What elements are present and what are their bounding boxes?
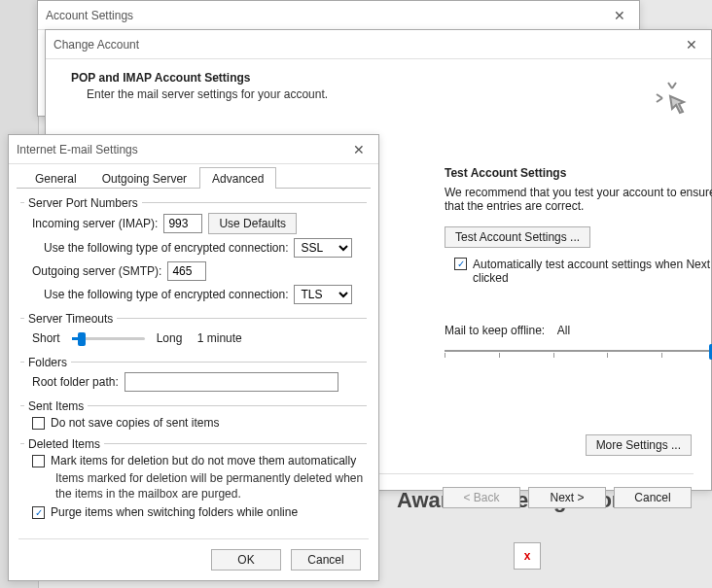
root-folder-label: Root folder path:	[32, 375, 119, 389]
outgoing-label: Outgoing server (SMTP):	[32, 264, 161, 278]
window-title: Internet E-mail Settings	[17, 143, 138, 156]
use-defaults-button[interactable]: Use Defaults	[208, 213, 297, 234]
outgoing-enc-label: Use the following type of encrypted conn…	[44, 288, 288, 301]
purge-checkbox[interactable]	[32, 506, 45, 519]
mark-deletion-label: Mark items for deletion but do not move …	[51, 454, 356, 467]
timeout-slider[interactable]	[72, 329, 145, 348]
tab-general[interactable]: General	[22, 167, 89, 189]
incoming-enc-select[interactable]: SSL	[294, 238, 352, 258]
timeout-long-label: Long	[157, 331, 183, 345]
offline-value: All	[557, 324, 570, 337]
more-settings-button[interactable]: More Settings ...	[586, 434, 692, 456]
test-account-button[interactable]: Test Account Settings ...	[445, 226, 590, 248]
group-folders: Folders	[24, 356, 71, 369]
group-sent-items: Sent Items	[24, 399, 88, 413]
tab-outgoing[interactable]: Outgoing Server	[89, 167, 199, 189]
next-button[interactable]: Next >	[528, 487, 606, 508]
auto-test-label: Automatically test account settings when…	[473, 258, 712, 285]
page-heading: POP and IMAP Account Settings	[71, 71, 692, 85]
group-server-ports: Server Port Numbers	[24, 196, 142, 210]
tabstrip: General Outgoing Server Advanced	[17, 166, 371, 189]
incoming-enc-label: Use the following type of encrypted conn…	[44, 241, 288, 255]
page-subheading: Enter the mail server settings for your …	[87, 87, 692, 101]
sent-noduplicate-label: Do not save copies of sent items	[51, 416, 219, 430]
auto-test-checkbox[interactable]	[454, 258, 467, 270]
timeout-value: 1 minute	[197, 331, 242, 345]
offline-label: Mail to keep offline:	[445, 324, 545, 337]
ok-button[interactable]: OK	[211, 549, 281, 571]
test-heading: Test Account Settings	[445, 166, 712, 180]
incoming-label: Incoming server (IMAP):	[32, 217, 158, 230]
back-button[interactable]: < Back	[443, 487, 520, 508]
email-settings-window: Internet E-mail Settings ✕ General Outgo…	[8, 134, 379, 581]
close-icon[interactable]: ✕	[680, 35, 703, 54]
window-title: Account Settings	[46, 9, 133, 22]
outgoing-port-input[interactable]	[167, 261, 206, 281]
incoming-port-input[interactable]	[163, 214, 202, 233]
purge-label: Purge items when switching folders while…	[51, 505, 298, 519]
tab-advanced[interactable]: Advanced	[199, 167, 276, 189]
close-icon[interactable]: ✕	[608, 6, 631, 25]
cancel-button[interactable]: Cancel	[614, 487, 692, 508]
timeout-short-label: Short	[32, 331, 60, 345]
sent-noduplicate-checkbox[interactable]	[32, 417, 45, 430]
broken-image-icon: x	[514, 542, 541, 570]
mark-deletion-checkbox[interactable]	[32, 455, 45, 467]
mark-deletion-help: Items marked for deletion will be perman…	[55, 471, 367, 502]
group-deleted-items: Deleted Items	[24, 437, 104, 451]
outgoing-enc-select[interactable]: TLS	[294, 285, 352, 304]
offline-slider[interactable]	[445, 341, 712, 361]
window-title: Change Account	[53, 38, 139, 52]
group-server-timeouts: Server Timeouts	[24, 312, 117, 326]
close-icon[interactable]: ✕	[347, 140, 371, 159]
cancel-button[interactable]: Cancel	[291, 549, 361, 571]
root-folder-input[interactable]	[125, 372, 338, 392]
test-text: We recommend that you test your account …	[445, 186, 712, 213]
cursor-icon	[653, 79, 692, 118]
